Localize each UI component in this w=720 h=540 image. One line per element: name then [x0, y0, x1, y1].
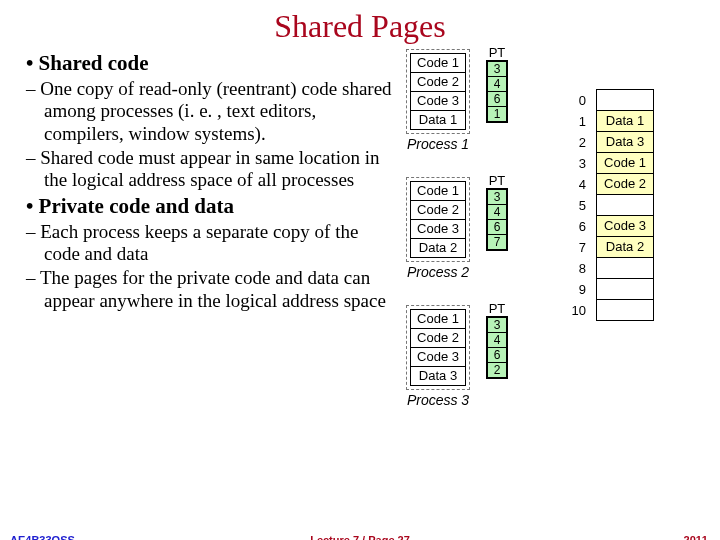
p3-page: Data 3 — [410, 366, 466, 386]
pt-entry: 6 — [487, 91, 507, 107]
mem-index: 10 — [566, 303, 586, 318]
p2-page: Data 2 — [410, 238, 466, 258]
mem-index: 5 — [566, 198, 586, 213]
mem-frame — [596, 257, 654, 279]
memory-column: Data 1 Data 3 Code 1 Code 2 Code 3 Data … — [596, 89, 654, 321]
pt-label: PT — [486, 301, 508, 316]
process1-pages: Code 1 Code 2 Code 3 Data 1 Process 1 — [406, 49, 470, 152]
bullet-shared-code: Shared code — [42, 51, 396, 76]
pt-label: PT — [486, 173, 508, 188]
pt-entry: 2 — [487, 362, 507, 378]
sub-same-location: Shared code must appear in same location… — [44, 147, 396, 192]
mem-frame: Code 1 — [596, 152, 654, 174]
pt-entry: 4 — [487, 204, 507, 220]
p2-page: Code 1 — [410, 181, 466, 201]
p1-page: Code 2 — [410, 72, 466, 92]
pt-entry: 3 — [487, 317, 507, 333]
p2-page: Code 2 — [410, 200, 466, 220]
p1-page: Code 3 — [410, 91, 466, 111]
mem-index: 4 — [566, 177, 586, 192]
sub-anywhere: The pages for the private code and data … — [44, 267, 396, 312]
mem-frame: Code 2 — [596, 173, 654, 195]
mem-index: 3 — [566, 156, 586, 171]
bullet-private: Private code and data — [42, 194, 396, 219]
pt-entry: 6 — [487, 219, 507, 235]
pt-entry: 3 — [487, 189, 507, 205]
mem-frame — [596, 194, 654, 216]
pt-entry: 6 — [487, 347, 507, 363]
process3-label: Process 3 — [406, 392, 470, 408]
mem-frame — [596, 278, 654, 300]
p2-page: Code 3 — [410, 219, 466, 239]
p3-page: Code 3 — [410, 347, 466, 367]
pt-entry: 3 — [487, 61, 507, 77]
pt-entry: 7 — [487, 234, 507, 250]
sub-separate-copy: Each process keeps a separate copy of th… — [44, 221, 396, 266]
mem-index: 2 — [566, 135, 586, 150]
process1-label: Process 1 — [406, 136, 470, 152]
slide-title: Shared Pages — [0, 8, 720, 45]
mem-frame: Code 3 — [596, 215, 654, 237]
process2-label: Process 2 — [406, 264, 470, 280]
mem-index: 7 — [566, 240, 586, 255]
process2-pt: PT 3 4 6 7 — [486, 173, 508, 251]
pt-entry: 4 — [487, 76, 507, 92]
sub-reentrant: One copy of read-only (reentrant) code s… — [44, 78, 396, 145]
p3-page: Code 2 — [410, 328, 466, 348]
mem-frame: Data 3 — [596, 131, 654, 153]
mem-index: 6 — [566, 219, 586, 234]
process3-pages: Code 1 Code 2 Code 3 Data 3 Process 3 — [406, 305, 470, 408]
pt-entry: 1 — [487, 106, 507, 122]
mem-index: 8 — [566, 261, 586, 276]
p3-page: Code 1 — [410, 309, 466, 329]
mem-index: 1 — [566, 114, 586, 129]
p1-page: Code 1 — [410, 53, 466, 73]
process1-pt: PT 3 4 6 1 — [486, 45, 508, 123]
text-column: Shared code One copy of read-only (reent… — [26, 49, 396, 489]
mem-index: 0 — [566, 93, 586, 108]
mem-frame — [596, 299, 654, 321]
mem-frame — [596, 89, 654, 111]
process3-pt: PT 3 4 6 2 — [486, 301, 508, 379]
process2-pages: Code 1 Code 2 Code 3 Data 2 Process 2 — [406, 177, 470, 280]
diagram: Code 1 Code 2 Code 3 Data 1 Process 1 PT… — [396, 49, 696, 489]
pt-label: PT — [486, 45, 508, 60]
mem-frame: Data 2 — [596, 236, 654, 258]
p1-page: Data 1 — [410, 110, 466, 130]
footer-center: Lecture 7 / Page 27 — [0, 534, 720, 540]
mem-index: 9 — [566, 282, 586, 297]
footer-right: 2011 — [684, 534, 708, 540]
mem-frame: Data 1 — [596, 110, 654, 132]
pt-entry: 4 — [487, 332, 507, 348]
